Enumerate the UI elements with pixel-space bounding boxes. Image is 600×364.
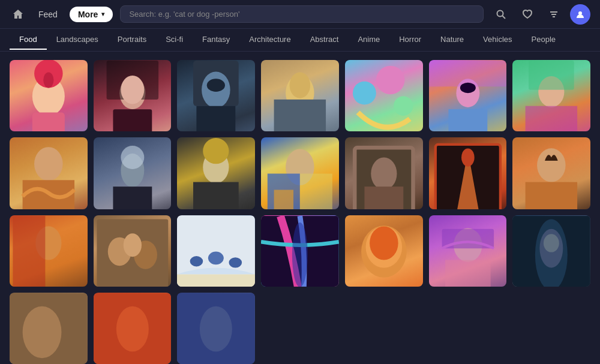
svg-point-75	[190, 256, 203, 266]
more-button[interactable]: More ▾	[70, 7, 113, 22]
search-bar[interactable]: Search: e.g. 'cat or dog -person'	[120, 5, 484, 23]
svg-rect-57	[364, 186, 403, 209]
art-card-northern[interactable]: Northern And S...	[177, 215, 255, 287]
art-image-sakura	[10, 60, 88, 131]
tab-abstract[interactable]: Abstract	[301, 30, 349, 50]
art-card-ferdinand[interactable]: Ferdinand Duboc	[512, 137, 590, 209]
svg-rect-67	[45, 216, 87, 287]
art-figure-melanie	[94, 137, 172, 209]
art-figure-partial2	[94, 293, 172, 364]
art-image-frank	[10, 137, 88, 209]
art-card-sam[interactable]: Sam Burley	[177, 137, 255, 209]
svg-rect-78	[177, 274, 255, 287]
svg-point-47	[203, 138, 229, 164]
art-card-partial3[interactable]	[177, 293, 255, 364]
art-figure-emrah	[429, 137, 507, 209]
art-card-highren[interactable]: High Renaissан...	[94, 215, 172, 287]
art-card-hiroyuki[interactable]: Hiroyuki Morita	[512, 60, 590, 131]
tab-people[interactable]: People	[522, 30, 565, 50]
tabs-row: FoodLandscapesPortraitsSci-fiFantasyArch…	[0, 29, 600, 52]
art-card-takashi[interactable]: Takashi Hashigu...	[261, 60, 339, 131]
art-image-takashi	[261, 60, 339, 131]
art-image-partial1	[10, 293, 88, 364]
tab-fantasy[interactable]: Fantasy	[193, 30, 239, 50]
tab-nature[interactable]: Nature	[431, 30, 473, 50]
svg-point-33	[460, 83, 475, 93]
tab-vehicles[interactable]: Vehicles	[473, 30, 521, 50]
art-figure-tyler	[512, 215, 590, 287]
art-image-northern	[177, 215, 255, 287]
svg-point-10	[43, 73, 53, 88]
nav-icons	[491, 4, 590, 25]
art-image-smear	[261, 215, 339, 287]
search-placeholder: Search: e.g. 'cat or dog -person'	[129, 10, 239, 19]
tab-portraits[interactable]: Portraits	[108, 30, 156, 50]
search-icon[interactable]	[491, 4, 511, 25]
svg-point-24	[290, 73, 311, 98]
svg-point-39	[34, 147, 63, 181]
tab-sci-fi[interactable]: Sci-fi	[156, 30, 193, 50]
art-card-frank[interactable]: Frank Dillon	[10, 137, 88, 209]
svg-rect-89	[445, 260, 491, 287]
feed-link[interactable]: Feed	[34, 7, 62, 22]
art-card-sophie[interactable]: Sophie Labelle	[94, 60, 172, 131]
art-image-partial3	[177, 293, 255, 364]
art-card-emrah[interactable]: Emrah Elmasli	[429, 137, 507, 209]
art-image-whimsical	[345, 60, 423, 131]
art-card-whimsical[interactable]: Whimsical Desi...	[345, 60, 423, 131]
art-card-sakura[interactable]: Sakura Tomo	[10, 60, 88, 131]
svg-point-27	[376, 66, 405, 95]
art-image-nic	[345, 215, 423, 287]
art-figure-sakura	[10, 60, 88, 131]
art-card-tyler[interactable]: Tyler Crook	[512, 215, 590, 287]
svg-rect-63	[526, 182, 577, 209]
user-avatar[interactable]	[570, 4, 590, 25]
art-image-animecore	[429, 60, 507, 131]
art-card-partial2[interactable]	[94, 293, 172, 364]
art-card-nic[interactable]: Nic Klein	[345, 215, 423, 287]
tab-architecture[interactable]: Architecture	[239, 30, 300, 50]
svg-point-43	[121, 146, 144, 169]
art-figure-whimsical	[345, 60, 423, 131]
tab-landscapes[interactable]: Landscapes	[47, 30, 108, 50]
home-button[interactable]	[10, 6, 26, 23]
heart-icon[interactable]	[517, 4, 538, 25]
art-card-animecore[interactable]: Animecore	[429, 60, 507, 131]
art-card-partial1[interactable]	[10, 293, 88, 364]
art-card-isis[interactable]: Isis	[177, 60, 255, 131]
tab-anime[interactable]: Anime	[348, 30, 389, 50]
svg-rect-44	[113, 186, 152, 209]
art-card-hirohiko[interactable]: Hirohiko Araki	[429, 215, 507, 287]
svg-point-20	[207, 79, 225, 92]
art-card-melanie[interactable]: Melanie Stimmell	[94, 137, 172, 209]
svg-point-28	[394, 97, 413, 116]
art-card-smear[interactable]: Smear	[261, 215, 339, 287]
art-figure-ferdinand	[512, 137, 590, 209]
svg-point-100	[200, 306, 232, 351]
art-image-art	[10, 215, 88, 287]
art-card-art[interactable]: Art Nugent	[10, 215, 88, 287]
svg-rect-15	[113, 109, 152, 131]
art-image-hiroyuki	[512, 60, 590, 131]
art-card-vasily[interactable]: Vasily Smirnov	[261, 137, 339, 209]
art-image-melanie	[94, 137, 172, 209]
filter-icon[interactable]	[544, 4, 564, 25]
art-figure-hiroyuki	[512, 60, 590, 131]
svg-point-26	[353, 82, 376, 105]
svg-rect-36	[529, 61, 574, 90]
art-figure-smear	[261, 215, 339, 287]
art-figure-animecore	[429, 60, 507, 131]
art-image-patrick	[345, 137, 423, 209]
tab-horror[interactable]: Horror	[389, 30, 431, 50]
art-image-sam	[177, 137, 255, 209]
art-figure-partial1	[10, 293, 88, 364]
art-figure-partial3	[177, 293, 255, 364]
art-figure-nic	[345, 215, 423, 287]
art-figure-frank	[10, 137, 88, 209]
tab-food[interactable]: Food	[10, 30, 47, 50]
svg-rect-23	[274, 100, 326, 131]
svg-point-76	[208, 251, 224, 264]
navbar: Feed More ▾ Search: e.g. 'cat or dog -pe…	[0, 0, 600, 29]
svg-rect-19	[197, 106, 236, 132]
art-card-patrick[interactable]: Patrick Ho	[345, 137, 423, 209]
